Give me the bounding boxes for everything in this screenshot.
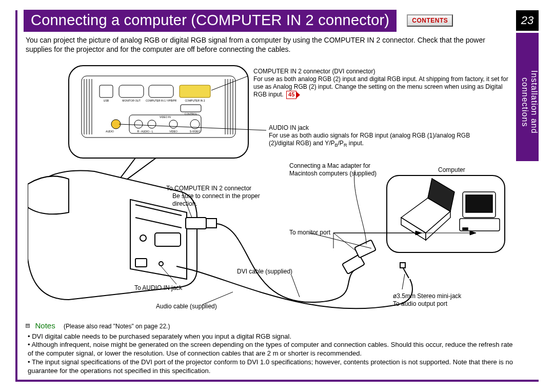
svg-text:CONTROL: CONTROL <box>185 112 197 115</box>
callout-mac: Connecting a Mac adapter for Macintosh c… <box>289 162 392 178</box>
svg-text:USB: USB <box>104 99 109 102</box>
svg-rect-38 <box>186 218 206 229</box>
svg-rect-45 <box>466 195 492 212</box>
xref-45[interactable]: 45 <box>286 91 296 99</box>
label-audiocable: Audio cable (supplied) <box>156 303 217 310</box>
diagram: USB MONITOR OUT COMPUTER IN 1 Y/PB/PR CO… <box>28 64 508 320</box>
notes-list: DVI digital cable needs to be purchased … <box>28 332 513 376</box>
svg-rect-47 <box>463 228 468 230</box>
title-bar: Connecting a computer (COMPUTER IN 2 con… <box>24 10 539 31</box>
page-number: 23 <box>516 10 539 31</box>
page-frame: Connecting a computer (COMPUTER IN 2 con… <box>15 10 539 382</box>
label-minijack: ø3.5mm Stereo mini-jack To audio output … <box>393 292 461 308</box>
svg-marker-59 <box>470 231 476 235</box>
callout-audio: AUDIO IN jack For use as both audio sign… <box>269 124 494 149</box>
intro-text: You can project the picture of analog RG… <box>26 36 513 54</box>
svg-text:COMPUTER IN 2: COMPUTER IN 2 <box>185 99 205 102</box>
notes-heading: Notes <box>35 321 55 330</box>
svg-text:S-VIDEO: S-VIDEO <box>190 130 201 133</box>
svg-rect-0 <box>69 66 248 158</box>
svg-text:VIDEO IN: VIDEO IN <box>160 115 171 119</box>
callout-tocompin2: To COMPUTER IN 2 connector Be sure to co… <box>166 185 284 208</box>
svg-rect-13 <box>180 85 210 97</box>
label-dvicable: DVI cable (supplied) <box>237 268 292 276</box>
bullet-icon <box>26 324 30 328</box>
svg-line-54 <box>291 275 300 297</box>
notes-item: The input signal specifications of the D… <box>28 358 513 376</box>
notes-block: Notes (Please also read "Notes" on page … <box>26 321 513 376</box>
contents-button[interactable]: CONTENTS <box>407 14 453 27</box>
callout-title: AUDIO IN jack <box>269 124 494 132</box>
svg-text:COMPUTER IN 1 Y/PB/PR: COMPUTER IN 1 Y/PB/PR <box>146 99 177 102</box>
label-computer: Computer <box>438 166 465 174</box>
callout-compin2: COMPUTER IN 2 connector (DVI connector) … <box>253 68 510 99</box>
page-title: Connecting a computer (COMPUTER IN 2 con… <box>24 10 397 32</box>
svg-rect-39 <box>206 219 216 228</box>
callout-title: COMPUTER IN 2 connector (DVI connector) <box>253 68 510 75</box>
svg-line-57 <box>402 274 405 289</box>
label-tomonitor: To monitor port <box>289 229 330 237</box>
notes-sub: (Please also read "Notes" on page 22.) <box>64 323 170 330</box>
svg-text:VIDEO: VIDEO <box>169 130 177 133</box>
svg-text:AUDIO: AUDIO <box>106 130 114 133</box>
label-toaudioin: To AUDIO IN jack <box>134 284 182 292</box>
svg-text:MONITOR OUT: MONITOR OUT <box>122 99 140 102</box>
notes-item: Although infrequent, noise might be gene… <box>28 341 513 358</box>
svg-rect-42 <box>400 263 405 268</box>
svg-rect-41 <box>354 240 376 258</box>
notes-item: DVI digital cable needs to be purchased … <box>28 332 513 341</box>
svg-text:R - AUDIO - L: R - AUDIO - L <box>137 130 153 133</box>
